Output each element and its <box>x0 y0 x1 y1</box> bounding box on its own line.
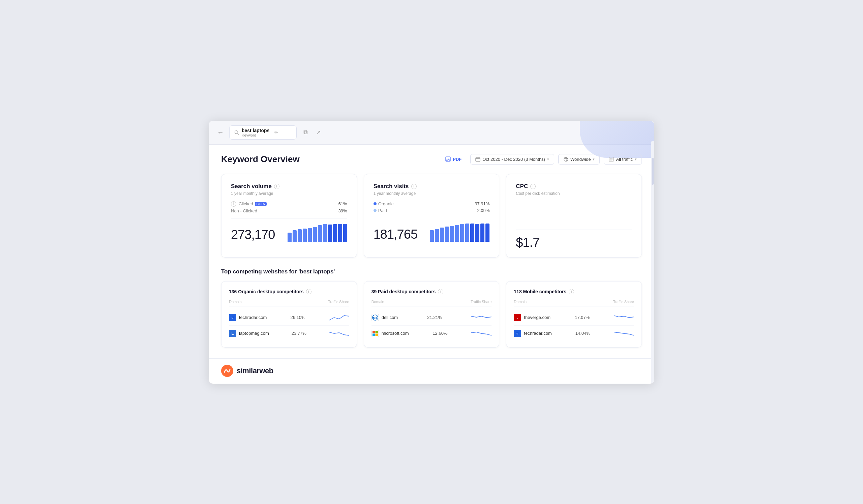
comp-share: 17.07% <box>575 315 590 320</box>
page-title: Keyword Overview <box>221 154 300 164</box>
bar-10 <box>480 224 485 242</box>
bar-2 <box>298 229 302 242</box>
svg-rect-17 <box>373 331 375 333</box>
svg-point-8 <box>565 157 567 161</box>
trend-chart <box>471 313 491 322</box>
comp-share: 14.04% <box>575 331 590 336</box>
search-volume-info-icon[interactable]: i <box>274 184 279 189</box>
search-volume-subtitle: 1 year monthly average <box>231 191 347 196</box>
search-volume-card: Search volume i 1 year monthly average i… <box>221 174 357 257</box>
bar-5 <box>455 225 459 242</box>
organic-info-icon[interactable]: i <box>306 289 312 294</box>
organic-row: Organic 97.91% <box>374 201 490 206</box>
mobile-info-icon[interactable]: i <box>569 289 574 294</box>
comp-domain: tr techradar.com <box>514 330 551 337</box>
similarweb-logo-icon <box>221 365 233 377</box>
keyword-text: best laptops <box>242 128 270 133</box>
paid-val: 2.09% <box>477 208 489 213</box>
table-row: V theverge.com 17.07% <box>514 310 634 326</box>
location-button[interactable]: Worldwide ▾ <box>558 154 600 164</box>
search-pill[interactable]: best laptops Keyword ✏ <box>229 125 297 140</box>
chevron-down-icon-2: ▾ <box>593 157 595 162</box>
card-divider <box>516 230 632 230</box>
trend-chart <box>329 329 349 338</box>
page-header: Keyword Overview PDF Oct <box>221 154 642 164</box>
svg-line-1 <box>238 133 239 135</box>
clicked-row: i Clicked BETA 61% <box>231 201 347 207</box>
paid-dot <box>374 209 377 212</box>
organic-competitors-card: 136 Organic desktop competitors i Domain… <box>221 281 357 348</box>
cpc-value: $1.7 <box>516 235 539 250</box>
logo-bar: similarweb <box>209 358 654 383</box>
table-row: tr techradar.com 26.10% <box>229 310 349 326</box>
comp-domain: tr techradar.com <box>229 314 267 321</box>
traffic-button[interactable]: All traffic ▾ <box>604 154 642 164</box>
search-visits-big: 181,765 <box>374 224 490 242</box>
bar-8 <box>328 225 332 242</box>
metric-cards: Search volume i 1 year monthly average i… <box>221 174 642 257</box>
organic-dot <box>374 202 377 205</box>
table-row: L laptopmag.com 23.77% <box>229 326 349 341</box>
bar-11 <box>343 224 347 242</box>
bar-6 <box>460 224 464 242</box>
globe-icon <box>563 157 568 162</box>
svg-rect-18 <box>375 331 378 333</box>
bar-0 <box>288 232 291 242</box>
paid-table-header: Domain Traffic Share <box>372 300 492 306</box>
organic-val: 97.91% <box>475 201 489 206</box>
cpc-info-icon[interactable]: i <box>530 184 536 189</box>
external-button[interactable]: ↗ <box>314 127 322 138</box>
bar-10 <box>338 224 342 242</box>
clicked-val: 61% <box>338 201 347 206</box>
date-range-button[interactable]: Oct 2020 - Dec 2020 (3 Months) ▾ <box>470 154 554 164</box>
favicon-dell: Dell <box>372 314 379 321</box>
competitors-title: Top competing websites for 'best laptops… <box>221 268 642 275</box>
edit-icon[interactable]: ✏ <box>274 130 278 135</box>
bar-7 <box>465 224 469 242</box>
search-volume-value: 273,170 <box>231 228 275 242</box>
table-row: microsoft.com 12.60% <box>372 326 492 341</box>
paid-competitors-card: 39 Paid desktop competitors i Domain Tra… <box>364 281 500 348</box>
paid-card-title: 39 Paid desktop competitors i <box>372 289 492 294</box>
bar-9 <box>333 224 337 242</box>
favicon-microsoft <box>372 330 379 337</box>
traffic-icon <box>609 157 614 162</box>
table-row: tr techradar.com 14.04% <box>514 326 634 341</box>
bar-5 <box>313 227 317 242</box>
pdf-button[interactable]: PDF <box>441 154 466 164</box>
bar-3 <box>303 229 307 242</box>
header-controls: PDF Oct 2020 - Dec 2020 (3 Months) ▾ <box>441 154 642 164</box>
chevron-down-icon-3: ▾ <box>635 157 637 162</box>
mobile-card-title: 118 Mobile competitors i <box>514 289 634 294</box>
clicked-info-icon[interactable]: i <box>231 201 236 207</box>
logo-text: similarweb <box>237 366 273 375</box>
comp-share: 23.77% <box>291 331 307 336</box>
trend-chart <box>329 313 349 322</box>
mobile-competitors-card: 118 Mobile competitors i Domain Traffic … <box>506 281 642 348</box>
comp-domain: V theverge.com <box>514 314 550 321</box>
cpc-subtitle: Cost per click estimation <box>516 191 632 196</box>
card-divider <box>374 218 490 218</box>
copy-button[interactable]: ⧉ <box>302 127 309 137</box>
svg-point-7 <box>564 157 568 161</box>
card-title: CPC i <box>516 183 632 190</box>
card-title: Search volume i <box>231 183 347 190</box>
comp-domain: microsoft.com <box>372 330 409 337</box>
competitors-grid: 136 Organic desktop competitors i Domain… <box>221 281 642 348</box>
trend-chart <box>614 329 634 338</box>
search-visits-value: 181,765 <box>374 227 417 242</box>
search-visits-info-icon[interactable]: i <box>411 184 417 189</box>
search-icon <box>234 130 239 135</box>
back-button[interactable]: ← <box>217 128 224 136</box>
bar-4 <box>450 226 454 242</box>
trend-chart <box>471 329 491 338</box>
keyword-type: Keyword <box>242 133 270 137</box>
search-visits-chart <box>430 224 489 242</box>
paid-info-icon[interactable]: i <box>438 289 443 294</box>
cpc-big: $1.7 <box>516 235 632 250</box>
svg-rect-3 <box>476 158 480 162</box>
paid-row: Paid 2.09% <box>374 208 490 213</box>
bar-8 <box>470 224 474 242</box>
bar-4 <box>308 228 312 242</box>
trend-chart <box>614 313 634 322</box>
